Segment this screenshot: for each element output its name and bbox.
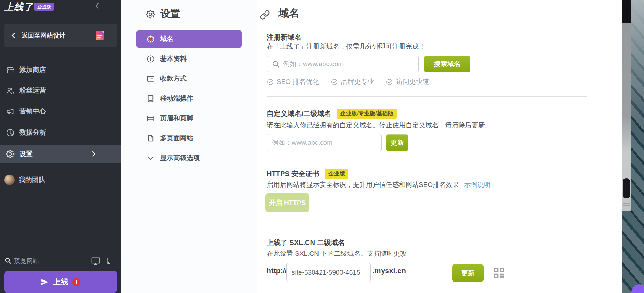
storefront-icon xyxy=(6,65,15,75)
nav-item-domain[interactable]: 域名 xyxy=(136,30,242,48)
back-to-designer-button[interactable]: 返回至网站设计 xyxy=(4,24,117,47)
mobile-preview-icon[interactable] xyxy=(105,257,112,266)
site-thumbnail-icon xyxy=(96,31,104,40)
collapse-sidebar-icon[interactable] xyxy=(93,2,101,10)
preview-search-icon[interactable] xyxy=(4,257,12,264)
update-subdomain-button[interactable]: 更新 xyxy=(452,264,484,282)
register-heading: 注册新域名 xyxy=(267,33,301,42)
megaphone-icon xyxy=(6,107,15,116)
plan-badge: 企业版 xyxy=(34,3,54,11)
sidebar-divider xyxy=(3,168,118,168)
page-icon xyxy=(146,134,155,143)
settings-nav-panel: 设置 域名 基本资料 收款方式 移动端操作 xyxy=(121,0,257,293)
subdomain-desc: 在此设置 SXL.CN 下的二级域名。支持随时更改 xyxy=(267,249,407,258)
domain-settings-panel: 域名 注册新域名 在「上线了」注册新域名，仅需几分钟即可注册完成！ 搜索域名 S… xyxy=(257,0,622,293)
nav-item-header-footer[interactable]: 页眉和页脚 xyxy=(136,109,242,127)
page-title: 域名 xyxy=(278,6,299,21)
preview-row: 预览网站 xyxy=(0,256,121,267)
nav-item-mobile[interactable]: 移动端操作 xyxy=(136,89,242,108)
benefit-label: 访问更快速 xyxy=(396,77,429,86)
preview-site-label[interactable]: 预览网站 xyxy=(14,257,39,265)
pie-chart-icon xyxy=(6,128,15,137)
nav-item-multipage[interactable]: 多页面网站 xyxy=(136,129,242,147)
sidebar-item-settings[interactable]: 设置 xyxy=(0,145,121,163)
https-desc-row: 启用后网站将显示安全标识，提升用户信任感和网站SEO排名效果示例说明 xyxy=(267,180,490,189)
example-link[interactable]: 示例说明 xyxy=(464,181,490,188)
nav-item-label: 页眉和页脚 xyxy=(160,114,193,123)
publish-button[interactable]: 上线 ! xyxy=(4,271,117,293)
subdomain-heading: 上线了 SXL.CN 二级域名 xyxy=(267,238,345,247)
nav-item-label: 显示高级选项 xyxy=(160,153,200,163)
domain-globe-icon xyxy=(146,35,155,43)
update-custom-domain-button[interactable]: 更新 xyxy=(386,134,408,151)
link-icon xyxy=(259,9,271,21)
https-heading-row: HTTPS 安全证书 企业版 xyxy=(267,169,348,179)
subdomain-input[interactable] xyxy=(286,263,371,282)
sidebar-item-analytics[interactable]: 数据分析 xyxy=(0,124,121,141)
benefit-item: 品牌更专业 xyxy=(331,77,374,86)
rows-icon xyxy=(146,114,155,123)
section-divider xyxy=(267,227,587,227)
sidebar-item-label: 数据分析 xyxy=(19,128,46,137)
site-preview-sliver xyxy=(622,0,644,293)
preview-scroll-ridges xyxy=(623,203,630,208)
chevron-down-icon xyxy=(146,154,155,163)
rocket-icon xyxy=(41,278,49,286)
app-logo: 上线了 xyxy=(4,1,33,13)
nav-item-payment[interactable]: 收款方式 xyxy=(136,70,242,88)
preview-scrollbar-thumb[interactable] xyxy=(623,178,630,198)
sidebar-item-team[interactable]: 我的团队 xyxy=(0,172,121,188)
enable-https-button[interactable]: 开启 HTTPS xyxy=(265,193,309,212)
register-desc: 在「上线了」注册新域名，仅需几分钟即可注册完成！ xyxy=(267,42,425,51)
desktop-preview-icon[interactable] xyxy=(91,256,101,266)
nav-item-label: 移动端操作 xyxy=(160,94,193,103)
benefit-item: 访问更快速 xyxy=(386,77,429,86)
info-icon xyxy=(146,55,155,63)
section-divider xyxy=(267,96,587,97)
domain-search-wrap xyxy=(267,56,419,72)
check-circle-icon xyxy=(386,78,393,86)
credit-card-icon xyxy=(146,74,155,83)
gear-icon xyxy=(146,9,155,19)
sidebar-item-label: 营销中心 xyxy=(19,107,46,116)
search-icon xyxy=(272,60,280,68)
plan-requirement-badge: 企业版/专业版/基础版 xyxy=(337,109,397,119)
search-domain-button[interactable]: 搜索域名 xyxy=(424,56,470,72)
people-icon xyxy=(6,86,15,95)
settings-title: 设置 xyxy=(160,7,180,21)
sidebar-item-label: 设置 xyxy=(19,150,33,159)
sidebar-item-fans[interactable]: 粉丝运营 xyxy=(0,82,121,99)
qr-code-icon[interactable] xyxy=(492,266,506,280)
custom-domain-heading-row: 自定义域名/二级域名 企业版/专业版/基础版 xyxy=(267,109,397,119)
sidebar: 上线了 企业版 返回至网站设计 添加商店 粉丝运营 xyxy=(0,0,121,293)
sidebar-item-label: 添加商店 xyxy=(19,65,46,74)
check-circle-icon xyxy=(331,78,338,86)
gear-icon xyxy=(6,149,15,159)
check-circle-icon xyxy=(267,78,274,86)
nav-item-basic-info[interactable]: 基本资料 xyxy=(136,50,242,68)
benefit-list: SEO 排名优化 品牌更专业 访问更快速 xyxy=(267,77,429,86)
sidebar-item-add-store[interactable]: 添加商店 xyxy=(0,61,121,79)
sidebar-item-label: 粉丝运营 xyxy=(19,86,46,95)
sidebar-item-marketing[interactable]: 营销中心 xyxy=(0,103,121,120)
nav-item-label: 多页面网站 xyxy=(160,134,193,143)
alert-badge: ! xyxy=(72,278,80,286)
nav-item-label: 基本资料 xyxy=(160,54,187,63)
benefit-item: SEO 排名优化 xyxy=(267,77,319,86)
domain-search-input[interactable] xyxy=(267,56,419,72)
preview-header-strip xyxy=(622,0,631,23)
benefit-label: SEO 排名优化 xyxy=(277,77,319,86)
sidebar-item-label: 我的团队 xyxy=(19,175,45,184)
https-desc: 启用后网站将显示安全标识，提升用户信任感和网站SEO排名效果 xyxy=(267,181,459,188)
nav-item-label: 收款方式 xyxy=(160,74,187,83)
custom-domain-input[interactable] xyxy=(267,134,382,151)
nav-item-label: 域名 xyxy=(160,34,173,43)
nav-item-advanced-toggle[interactable]: 显示高级选项 xyxy=(136,149,242,167)
custom-domain-input-wrap xyxy=(267,134,382,151)
custom-domain-desc: 请在此输入你已经拥有的自定义域名。停止使用自定义域名，请清除后更新。 xyxy=(267,121,492,130)
custom-domain-heading: 自定义域名/二级域名 xyxy=(267,109,331,118)
chevron-left-icon xyxy=(10,32,17,39)
plan-requirement-badge: 企业版 xyxy=(325,169,348,179)
subdomain-input-wrap xyxy=(286,263,371,282)
team-avatar xyxy=(4,175,15,185)
